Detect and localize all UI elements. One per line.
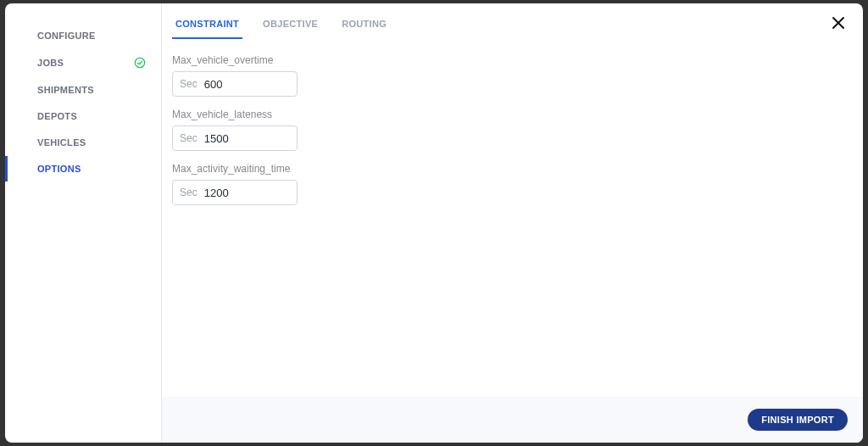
input-prefix: Sec — [180, 78, 198, 90]
max-vehicle-lateness-input[interactable] — [204, 132, 290, 145]
close-icon — [832, 16, 845, 33]
sidebar-item-label: OPTIONS — [37, 164, 81, 174]
footer: FINISH IMPORT — [162, 397, 863, 443]
input-wrap[interactable]: Sec — [172, 180, 298, 205]
input-prefix: Sec — [180, 187, 198, 198]
finish-import-button[interactable]: FINISH IMPORT — [748, 409, 848, 431]
sidebar-item-label: VEHICLES — [37, 137, 86, 148]
field-max-activity-waiting-time: Max_activity_waiting_time Sec — [172, 163, 853, 205]
input-prefix: Sec — [180, 132, 198, 144]
sidebar-item-label: CONFIGURE — [37, 31, 96, 41]
main-panel: CONSTRAINT OBJECTIVE ROUTING Max_vehicle… — [162, 3, 863, 443]
sidebar: CONFIGURE JOBS SHIPMENTS DEPOTS VEHICLES… — [5, 3, 162, 443]
tabs: CONSTRAINT OBJECTIVE ROUTING — [162, 3, 863, 39]
tab-constraint[interactable]: CONSTRAINT — [172, 14, 242, 39]
field-label: Max_vehicle_lateness — [172, 109, 853, 120]
sidebar-item-configure[interactable]: CONFIGURE — [5, 23, 161, 48]
content: Max_vehicle_overtime Sec Max_vehicle_lat… — [162, 39, 863, 397]
max-activity-waiting-time-input[interactable] — [204, 187, 290, 199]
field-max-vehicle-lateness: Max_vehicle_lateness Sec — [172, 109, 853, 151]
sidebar-item-label: SHIPMENTS — [37, 85, 94, 95]
close-button[interactable] — [831, 17, 846, 32]
check-circle-icon — [134, 57, 146, 69]
sidebar-item-label: JOBS — [37, 58, 64, 68]
input-wrap[interactable]: Sec — [172, 71, 298, 97]
sidebar-item-vehicles[interactable]: VEHICLES — [5, 130, 161, 155]
sidebar-item-label: DEPOTS — [37, 111, 77, 121]
tab-objective[interactable]: OBJECTIVE — [259, 14, 321, 39]
import-modal: CONFIGURE JOBS SHIPMENTS DEPOTS VEHICLES… — [5, 3, 863, 443]
tab-routing[interactable]: ROUTING — [338, 14, 390, 39]
input-wrap[interactable]: Sec — [172, 125, 298, 151]
field-label: Max_vehicle_overtime — [172, 54, 853, 66]
sidebar-item-depots[interactable]: DEPOTS — [5, 103, 161, 129]
field-label: Max_activity_waiting_time — [172, 163, 853, 175]
max-vehicle-overtime-input[interactable] — [204, 78, 290, 91]
sidebar-item-jobs[interactable]: JOBS — [5, 49, 161, 76]
field-max-vehicle-overtime: Max_vehicle_overtime Sec — [172, 54, 853, 97]
sidebar-item-options[interactable]: OPTIONS — [5, 156, 161, 181]
sidebar-item-shipments[interactable]: SHIPMENTS — [5, 77, 161, 103]
